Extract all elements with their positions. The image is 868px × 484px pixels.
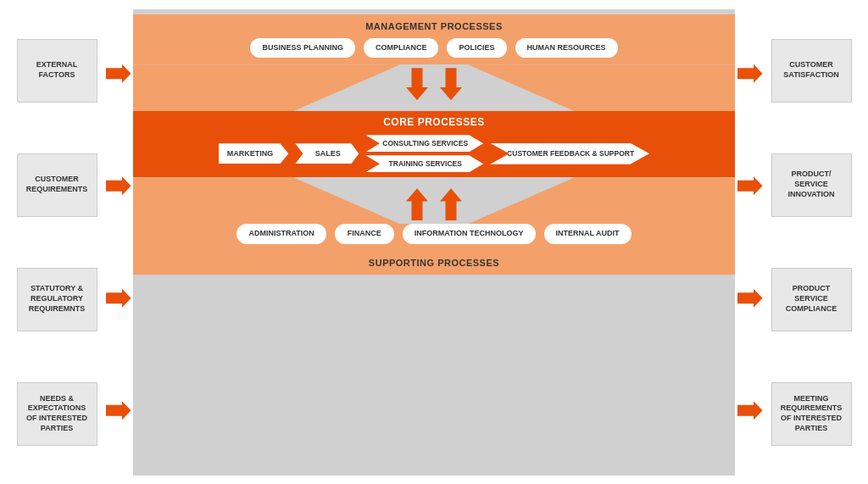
management-title: MANAGEMENT PROCESSES (143, 21, 725, 31)
core-pill-sales: SALES (295, 143, 359, 164)
external-factors-box: EXTERNAL FACTORS (17, 39, 97, 103)
main-center: MANAGEMENT PROCESSES BUSINESS PLANNING C… (133, 9, 735, 476)
funnel-bottom-gap (400, 177, 468, 224)
pill-administration: ADMINISTRATION (236, 224, 326, 244)
funnel-bottom (133, 177, 735, 224)
funnel-top (133, 64, 735, 111)
down-arrow-right (440, 68, 462, 100)
right-arrow-1 (737, 64, 763, 83)
pill-policies: POLICIES (447, 38, 506, 58)
funnel-top-right (468, 64, 735, 111)
pill-business-planning: BUSINESS PLANNING (250, 38, 355, 58)
left-arrow-3 (106, 289, 131, 308)
funnel-bottom-right (468, 177, 735, 224)
right-arrow-3 (737, 289, 763, 308)
needs-expectations-box: NEEDS & EXPECTATIONS OF INTERESTED PARTI… (17, 382, 97, 446)
product-service-innovation-box: PRODUCT/ SERVICE INNOVATION (771, 153, 852, 217)
down-arrow-left (406, 68, 428, 100)
left-arrow-col (103, 9, 133, 476)
right-column: CUSTOMER SATISFACTION PRODUCT/ SERVICE I… (765, 9, 858, 476)
consulting-group: CONSULTING SERVICES TRAINING SERVICES (365, 135, 483, 172)
pill-compliance: COMPLIANCE (364, 38, 439, 58)
customer-requirements-box: CUSTOMER REQUIREMENTS (17, 153, 97, 217)
pill-human-resources: HUMAN RESOURCES (515, 38, 618, 58)
funnel-bottom-left (133, 177, 400, 224)
core-title: CORE PROCESSES (143, 116, 725, 128)
supporting-section: ADMINISTRATION FINANCE INFORMATION TECHN… (133, 224, 735, 275)
pill-internal-audit: INTERNAL AUDIT (544, 224, 632, 244)
left-column: EXTERNAL FACTORS CUSTOMER REQUIREMENTS S… (10, 9, 103, 476)
management-section: MANAGEMENT PROCESSES BUSINESS PLANNING C… (133, 14, 735, 65)
left-arrow-1 (106, 64, 131, 83)
supporting-pills-row: ADMINISTRATION FINANCE INFORMATION TECHN… (143, 224, 725, 251)
right-arrow-4 (737, 401, 763, 420)
up-arrow-right (440, 188, 462, 220)
core-items-row: MARKETING SALES CONSULTING SERVICES TRAI… (143, 135, 725, 172)
customer-satisfaction-box: CUSTOMER SATISFACTION (771, 39, 852, 103)
product-service-compliance-box: PRODUCT SERVICE COMPLIANCE (771, 268, 852, 331)
core-section: CORE PROCESSES MARKETING SALES CONSULTIN… (133, 111, 735, 177)
funnel-top-left (133, 64, 400, 111)
left-arrow-4 (106, 401, 131, 420)
funnel-top-gap (400, 64, 468, 111)
pill-finance: FINANCE (335, 224, 394, 244)
pill-information-technology: INFORMATION TECHNOLOGY (403, 224, 536, 244)
left-arrow-2 (106, 176, 131, 195)
right-arrow-col (735, 9, 765, 476)
meeting-requirements-box: MEETING REQUIREMENTS OF INTERESTED PARTI… (771, 382, 852, 446)
supporting-title: SUPPORTING PROCESSES (143, 258, 725, 268)
diagram-wrapper: EXTERNAL FACTORS CUSTOMER REQUIREMENTS S… (10, 9, 858, 476)
core-pill-training: TRAINING SERVICES (365, 155, 483, 172)
right-arrow-2 (737, 176, 763, 195)
core-pill-customer-feedback: CUSTOMER FEEDBACK & SUPPORT (490, 143, 649, 164)
core-pill-marketing: MARKETING (219, 143, 289, 164)
management-pills-row: BUSINESS PLANNING COMPLIANCE POLICIES HU… (143, 38, 725, 65)
up-arrow-left (406, 188, 428, 220)
core-pill-consulting: CONSULTING SERVICES (365, 135, 483, 152)
statutory-regulatory-box: STATUTORY & REGULATORY REQUIREMNTS (17, 268, 97, 331)
